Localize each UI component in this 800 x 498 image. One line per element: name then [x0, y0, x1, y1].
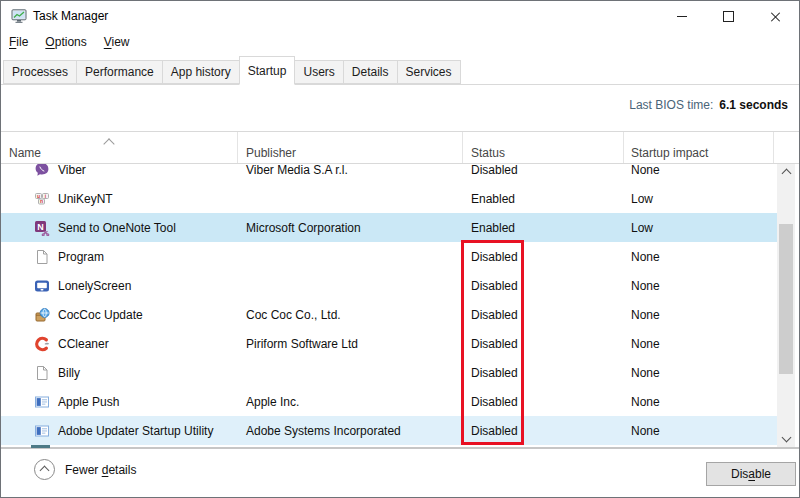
item-name: Apple Push: [58, 395, 119, 409]
item-name: LonelyScreen: [58, 279, 131, 293]
publisher-cell: Coc Coc Co., Ltd.: [238, 308, 463, 322]
scroll-up-button[interactable]: [777, 164, 795, 180]
column-header-name[interactable]: Name: [1, 132, 238, 163]
status-cell: Disabled: [463, 395, 624, 409]
startup-row-unikeynt[interactable]: uinUniKeyNTEnabledLow: [1, 184, 777, 213]
document-icon: [34, 249, 50, 265]
name-cell: CocCoc Update: [1, 307, 238, 323]
impact-cell: Low: [624, 221, 774, 235]
column-header-label: Name: [9, 146, 41, 160]
startup-row-apple-push[interactable]: Apple PushApple Inc.DisabledNone: [1, 387, 777, 416]
column-header-row: NamePublisherStatusStartup impact: [1, 131, 799, 164]
tab-users[interactable]: Users: [294, 60, 343, 84]
chevron-down-icon: [781, 433, 791, 443]
name-cell: uinUniKeyNT: [1, 191, 238, 207]
publisher-cell: Apple Inc.: [238, 395, 463, 409]
scrollbar-thumb[interactable]: [779, 224, 793, 374]
impact-cell: None: [624, 308, 774, 322]
tab-details[interactable]: Details: [343, 60, 398, 84]
column-header-label: Publisher: [246, 146, 296, 160]
name-cell: Apple Push: [1, 394, 238, 410]
minimize-button[interactable]: [658, 1, 705, 31]
status-cell: Disabled: [463, 366, 624, 380]
startup-row-billy[interactable]: BillyDisabledNone: [1, 358, 777, 387]
item-name: CocCoc Update: [58, 308, 143, 322]
menu-item-options[interactable]: Options: [45, 31, 86, 53]
close-button[interactable]: [752, 1, 799, 31]
status-cell: Disabled: [463, 337, 624, 351]
item-name: Program: [58, 250, 104, 264]
maximize-button[interactable]: [705, 1, 752, 31]
startup-row-send-to-onenote-tool[interactable]: NSend to OneNote ToolMicrosoft Corporati…: [1, 213, 777, 242]
startup-row-adobe-updater-startup-utility[interactable]: Adobe Updater Startup UtilityAdobe Syste…: [1, 416, 777, 445]
tab-app-history[interactable]: App history: [162, 60, 240, 84]
item-name: Send to OneNote Tool: [58, 221, 176, 235]
column-header-publisher[interactable]: Publisher: [238, 132, 463, 163]
svg-text:N: N: [37, 221, 44, 231]
startup-row-coccoc-update[interactable]: CocCoc UpdateCoc Coc Co., Ltd.DisabledNo…: [1, 300, 777, 329]
last-bios-time-label: Last BIOS time:: [629, 98, 713, 112]
task-manager-window: Task Manager FileOptionsView ProcessesPe…: [0, 0, 800, 498]
name-cell: Adobe Updater Startup Utility: [1, 423, 238, 439]
name-cell: Program: [1, 249, 238, 265]
footer-bar: Fewer details Disable: [1, 449, 799, 497]
document-icon: [34, 365, 50, 381]
last-bios-time-value: 6.1 seconds: [719, 98, 788, 112]
publisher-cell: Microsoft Corporation: [238, 221, 463, 235]
publisher-cell: Adobe Systems Incorporated: [238, 424, 463, 438]
ccleaner-icon: [34, 336, 50, 352]
name-cell: Billy: [1, 365, 238, 381]
disable-button[interactable]: Disable: [706, 462, 796, 486]
status-cell: Enabled: [463, 192, 624, 206]
horizontal-scrollbar-thumb[interactable]: [31, 445, 50, 448]
status-cell: Disabled: [463, 164, 624, 177]
status-cell: Disabled: [463, 424, 624, 438]
fewer-details-toggle[interactable]: Fewer details: [34, 459, 136, 480]
status-cell: Disabled: [463, 308, 624, 322]
name-cell: CCleaner: [1, 336, 238, 352]
titlebar[interactable]: Task Manager: [1, 1, 799, 31]
app-window-icon: [34, 423, 50, 439]
column-header-startup-impact[interactable]: Startup impact: [624, 132, 774, 163]
tab-startup[interactable]: Startup: [239, 56, 296, 85]
impact-cell: Low: [624, 192, 774, 206]
item-name: Viber: [58, 164, 86, 177]
name-cell: NSend to OneNote Tool: [1, 220, 238, 236]
info-bar: Last BIOS time:6.1 seconds: [1, 85, 799, 131]
startup-row-ccleaner[interactable]: CCleanerPiriform Software LtdDisabledNon…: [1, 329, 777, 358]
startup-row-viber[interactable]: ViberViber Media S.A r.l.DisabledNone: [1, 164, 777, 184]
publisher-cell: Piriform Software Ltd: [238, 337, 463, 351]
item-name: CCleaner: [58, 337, 109, 351]
impact-cell: None: [624, 250, 774, 264]
close-icon: [770, 11, 781, 22]
chevron-up-icon: [40, 466, 50, 476]
app-window-icon: [34, 394, 50, 410]
viber-icon: [34, 164, 50, 178]
startup-row-program[interactable]: ProgramDisabledNone: [1, 242, 777, 271]
impact-cell: None: [624, 366, 774, 380]
svg-text:n: n: [40, 198, 43, 204]
status-cell: Disabled: [463, 279, 624, 293]
chevron-up-icon: [781, 169, 791, 179]
menu-item-view[interactable]: View: [104, 31, 130, 53]
tab-performance[interactable]: Performance: [76, 60, 163, 84]
item-name: Billy: [58, 366, 80, 380]
scroll-down-button[interactable]: [777, 431, 795, 447]
lonelyscreen-icon: [34, 278, 50, 294]
vertical-scrollbar[interactable]: [777, 164, 795, 447]
window-controls: [658, 1, 799, 31]
column-header-label: Startup impact: [631, 146, 708, 160]
tab-services[interactable]: Services: [397, 60, 461, 84]
column-header-label: Status: [471, 146, 505, 160]
last-bios-time: Last BIOS time:6.1 seconds: [629, 98, 788, 112]
impact-cell: None: [624, 279, 774, 293]
column-header-status[interactable]: Status: [463, 132, 624, 163]
maximize-icon: [723, 11, 734, 22]
task-manager-app-icon: [11, 8, 27, 24]
impact-cell: None: [624, 164, 774, 177]
startup-row-lonelyscreen[interactable]: LonelyScreenDisabledNone: [1, 271, 777, 300]
menu-item-file[interactable]: File: [9, 31, 28, 53]
publisher-cell: Viber Media S.A r.l.: [238, 164, 463, 177]
name-cell: LonelyScreen: [1, 278, 238, 294]
tab-processes[interactable]: Processes: [3, 60, 77, 84]
